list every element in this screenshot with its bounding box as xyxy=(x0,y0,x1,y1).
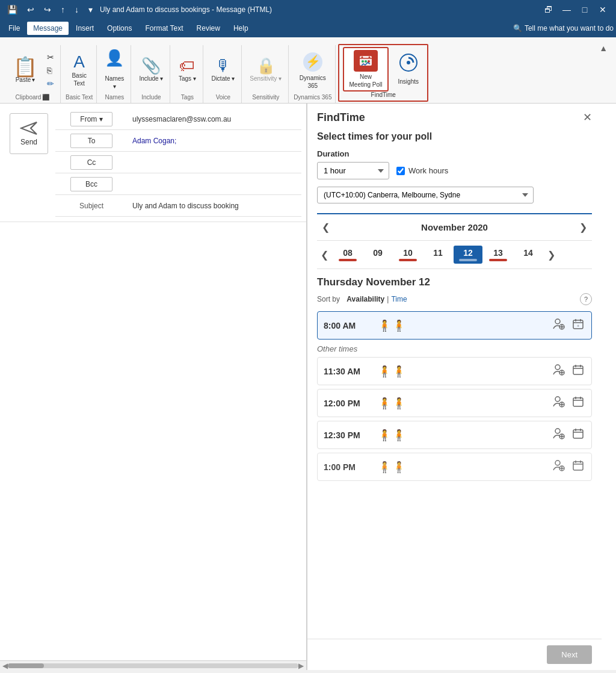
menu-insert[interactable]: Insert xyxy=(70,22,100,35)
restore-button[interactable]: 🗗 xyxy=(540,1,557,18)
next-button[interactable]: Next xyxy=(547,645,592,664)
time-slot-1130[interactable]: 11:30 AM 🧍 🧍 xyxy=(317,357,592,385)
add-to-poll-button-100pm[interactable] xyxy=(552,458,566,476)
from-button[interactable]: From ▾ xyxy=(70,112,112,126)
search-placeholder[interactable]: Tell me what you want to do xyxy=(525,24,614,33)
sort-time[interactable]: Time xyxy=(391,295,407,303)
menu-file[interactable]: File xyxy=(2,22,26,35)
day-btn-14[interactable]: 14 xyxy=(514,246,543,264)
day-btn-13[interactable]: 13 xyxy=(484,246,513,264)
names-button[interactable]: 👤 Names ▾ xyxy=(102,48,127,92)
copy-button[interactable]: ⎘ xyxy=(45,64,57,76)
email-body[interactable] xyxy=(0,222,306,660)
add-to-calendar-button-1200[interactable] xyxy=(571,394,585,412)
paste-button[interactable]: 📋 Paste ▾ xyxy=(8,55,42,85)
menu-review[interactable]: Review xyxy=(191,22,226,35)
day-next-button[interactable]: ❯ xyxy=(544,247,559,263)
time-slot-1230[interactable]: 12:30 PM 🧍 🧍 xyxy=(317,421,592,449)
slot-time-1130: 11:30 AM xyxy=(324,367,378,376)
new-meeting-poll-button[interactable]: New Meeting Poll xyxy=(343,47,388,91)
scroll-left-icon[interactable]: ◀ xyxy=(2,662,8,670)
time-slot-100pm[interactable]: 1:00 PM 🧍 🧍 xyxy=(317,453,592,481)
save-icon[interactable]: 💾 xyxy=(5,4,20,16)
add-to-poll-button-1130[interactable] xyxy=(552,362,566,380)
add-to-calendar-button-best[interactable]: + xyxy=(571,317,585,334)
close-button[interactable]: ✕ xyxy=(594,1,611,18)
menu-help[interactable]: Help xyxy=(227,22,254,35)
to-value[interactable]: Adam Cogan; xyxy=(128,134,301,147)
redo-icon[interactable]: ↪ xyxy=(42,4,54,16)
scroll-thumb[interactable] xyxy=(8,663,44,668)
day-prev-button[interactable]: ❮ xyxy=(317,247,332,263)
findtime-close-button[interactable]: ✕ xyxy=(583,111,592,124)
bcc-value[interactable] xyxy=(128,182,301,187)
slot-attendees-1200: 🧍 🧍 xyxy=(378,397,552,410)
day-btn-11[interactable]: 11 xyxy=(424,246,452,264)
up-icon[interactable]: ↑ xyxy=(58,4,67,16)
ribbon-group-sensitivity: 🔒 Sensitivity ▾ Sensitivity xyxy=(243,45,289,103)
tags-items: 🏷 Tags ▾ xyxy=(175,46,199,94)
bcc-button[interactable]: Bcc xyxy=(70,177,112,191)
next-month-button[interactable]: ❯ xyxy=(574,219,592,235)
ribbon-collapse-button[interactable]: ▲ xyxy=(596,42,611,54)
add-to-poll-button-best[interactable] xyxy=(552,317,566,334)
from-value[interactable]: ulyssesmaclaren@ssw.com.au xyxy=(128,113,301,126)
basic-text-button[interactable]: A Basic Text xyxy=(67,52,91,89)
basic-text-group-label: Basic Text xyxy=(66,94,93,102)
format-painter-button[interactable]: ✏ xyxy=(45,78,57,90)
minimize-button[interactable]: — xyxy=(558,1,575,18)
undo-icon[interactable]: ↩ xyxy=(25,4,37,16)
sensitivity-button[interactable]: 🔒 Sensitivity ▾ xyxy=(247,56,285,84)
menu-options[interactable]: Options xyxy=(101,22,138,35)
to-label-cell: To xyxy=(55,134,128,148)
basic-text-label: Basic Text xyxy=(72,72,86,87)
tags-button[interactable]: 🏷 Tags ▾ xyxy=(175,56,199,84)
ribbon-group-names: 👤 Names ▾ Names xyxy=(98,45,131,103)
add-to-calendar-button-1230[interactable] xyxy=(571,426,585,444)
day-btn-12[interactable]: 12 xyxy=(454,246,482,264)
ribbon-group-tags: 🏷 Tags ▾ Tags xyxy=(171,45,203,103)
timezone-select[interactable]: (UTC+10:00) Canberra, Melbourne, Sydne xyxy=(317,187,534,203)
paste-label: Paste xyxy=(16,76,31,83)
new-meeting-poll-label: New Meeting Poll xyxy=(349,73,382,88)
day-btn-09[interactable]: 09 xyxy=(363,246,392,264)
dynamics-button[interactable]: ⚡ Dynamics 365 xyxy=(295,49,331,91)
menu-format-text[interactable]: Format Text xyxy=(139,22,189,35)
add-to-calendar-button-1130[interactable] xyxy=(571,362,585,380)
cc-button[interactable]: Cc xyxy=(70,155,112,170)
maximize-button[interactable]: □ xyxy=(576,1,593,18)
prev-month-button[interactable]: ❮ xyxy=(317,219,334,235)
ribbon: 📋 Paste ▾ ✂ ✂ ⎘ ✏ Clipboard xyxy=(0,37,616,104)
add-to-poll-button-1200[interactable] xyxy=(552,394,566,412)
sort-availability[interactable]: Availability xyxy=(346,295,384,303)
dictate-button[interactable]: 🎙 Dictate ▾ xyxy=(208,56,238,84)
scroll-track[interactable] xyxy=(8,663,298,668)
slot-time-1200: 12:00 PM xyxy=(324,399,378,408)
down-icon[interactable]: ↓ xyxy=(72,4,81,16)
scroll-right-icon[interactable]: ▶ xyxy=(298,662,304,670)
help-icon[interactable]: ? xyxy=(580,293,592,305)
time-slot-1200[interactable]: 12:00 PM 🧍 🧍 xyxy=(317,389,592,417)
custom-icon[interactable]: ▾ xyxy=(86,4,95,16)
subject-value[interactable]: Uly and Adam to discuss booking xyxy=(128,199,301,212)
from-row: From ▾ ulyssesmaclaren@ssw.com.au xyxy=(55,108,301,130)
cc-row: Cc xyxy=(55,152,301,173)
cut-button[interactable]: ✂ ✂ xyxy=(45,51,57,63)
menu-message[interactable]: Message xyxy=(27,22,69,35)
clipboard-expand-icon[interactable]: ⬛ xyxy=(42,94,49,101)
cc-value[interactable] xyxy=(128,160,301,165)
ribbon-group-clipboard: 📋 Paste ▾ ✂ ✂ ⎘ ✏ Clipboard xyxy=(5,45,61,103)
duration-select[interactable]: 1 hour xyxy=(317,162,389,179)
send-button[interactable]: Send xyxy=(10,113,48,154)
day-btn-10[interactable]: 10 xyxy=(393,246,422,264)
best-time-slot[interactable]: 8:00 AM 🧍 🧍 xyxy=(317,311,592,340)
insights-button[interactable]: Insights xyxy=(393,51,424,87)
include-button[interactable]: 📎 Include ▾ xyxy=(136,56,166,84)
add-to-calendar-button-100pm[interactable] xyxy=(571,458,585,476)
window-controls: 🗗 — □ ✕ xyxy=(540,1,611,18)
work-hours-checkbox[interactable] xyxy=(396,167,405,175)
day-btn-08[interactable]: 08 xyxy=(333,246,362,264)
add-to-poll-button-1230[interactable] xyxy=(552,426,566,444)
horizontal-scrollbar[interactable]: ◀ ▶ xyxy=(0,660,306,670)
to-button[interactable]: To xyxy=(70,134,112,148)
